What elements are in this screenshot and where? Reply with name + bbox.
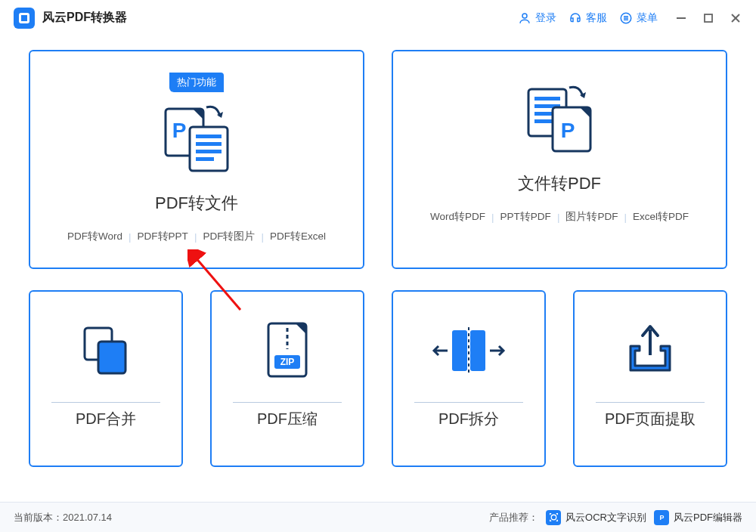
sub-item[interactable]: PPT转PDF xyxy=(500,210,551,224)
pdf-to-file-icon: P xyxy=(155,92,238,183)
card-pdf-extract[interactable]: PDF页面提取 xyxy=(573,290,727,467)
footer: 当前版本： 2021.07.14 产品推荐： 风云OCR文字识别 P 风云PDF… xyxy=(0,502,756,532)
zip-label: ZIP xyxy=(280,357,295,367)
user-icon xyxy=(518,11,531,25)
card-title: PDF压缩 xyxy=(257,409,318,429)
sub-item[interactable]: PDF转Word xyxy=(67,230,122,243)
svg-rect-11 xyxy=(190,127,228,171)
menu-label: 菜单 xyxy=(637,11,658,25)
svg-rect-6 xyxy=(705,14,712,22)
card-pdf-merge[interactable]: PDF合并 xyxy=(29,290,183,467)
compress-icon: ZIP xyxy=(261,313,314,388)
version-value: 2021.07.14 xyxy=(63,512,112,523)
sub-list: Word转PDF| PPT转PDF| 图片转PDF| Excel转PDF xyxy=(430,210,689,224)
app-logo xyxy=(14,8,35,29)
editor-label: 风云PDF编辑器 xyxy=(674,511,742,524)
svg-text:P: P xyxy=(561,119,575,142)
svg-point-0 xyxy=(522,14,527,18)
card-pdf-to-file[interactable]: 热门功能 P PDF转文件 PDF转Word| PDF转PP xyxy=(29,50,364,269)
sub-item[interactable]: Excel转PDF xyxy=(633,210,689,224)
sub-list: PDF转Word| PDF转PPT| PDF转图片| PDF转Excel xyxy=(67,230,326,243)
file-to-pdf-icon: P xyxy=(518,73,601,163)
menu-link[interactable]: 菜单 xyxy=(619,11,658,25)
version-label: 当前版本： xyxy=(14,511,63,524)
card-title: PDF转文件 xyxy=(155,192,238,215)
svg-rect-28 xyxy=(452,330,467,371)
extract-icon xyxy=(620,313,680,388)
svg-rect-13 xyxy=(196,142,222,146)
minimize-button[interactable] xyxy=(674,13,688,23)
svg-rect-24 xyxy=(98,342,125,373)
footer-app-editor[interactable]: P 风云PDF编辑器 xyxy=(654,510,742,525)
hot-badge: 热门功能 xyxy=(169,73,224,92)
sub-item[interactable]: Word转PDF xyxy=(430,210,485,224)
card-pdf-compress[interactable]: ZIP PDF压缩 xyxy=(210,290,364,467)
svg-rect-15 xyxy=(196,157,214,161)
svg-rect-12 xyxy=(196,135,222,138)
editor-badge-icon: P xyxy=(654,510,669,525)
footer-app-ocr[interactable]: 风云OCR文字识别 xyxy=(546,510,646,525)
close-button[interactable] xyxy=(729,13,742,23)
card-title: PDF页面提取 xyxy=(605,409,696,429)
card-title: 文件转PDF xyxy=(518,172,601,195)
card-file-to-pdf[interactable]: P 文件转PDF Word转PDF| PPT转PDF| 图片转PDF| Exce… xyxy=(392,50,727,269)
merge-icon xyxy=(76,313,136,388)
split-icon xyxy=(431,313,507,388)
main-area: 热门功能 P PDF转文件 PDF转Word| PDF转PP xyxy=(0,36,756,467)
svg-rect-17 xyxy=(534,97,560,101)
sub-item[interactable]: PDF转PPT xyxy=(138,230,188,243)
login-link[interactable]: 登录 xyxy=(518,11,556,25)
app-title: 风云PDF转换器 xyxy=(42,10,127,26)
ocr-label: 风云OCR文字识别 xyxy=(565,511,646,524)
maximize-button[interactable] xyxy=(702,13,715,23)
ocr-badge-icon xyxy=(546,510,561,525)
window-controls xyxy=(674,13,742,23)
svg-point-33 xyxy=(551,515,556,520)
svg-rect-14 xyxy=(196,150,222,153)
svg-rect-29 xyxy=(470,330,485,371)
card-pdf-split[interactable]: PDF拆分 xyxy=(392,290,546,467)
recommend-label: 产品推荐： xyxy=(489,511,538,524)
login-label: 登录 xyxy=(535,11,556,25)
svg-rect-20 xyxy=(534,119,553,123)
sub-item[interactable]: 图片转PDF xyxy=(565,210,618,224)
support-label: 客服 xyxy=(586,11,607,25)
menu-icon xyxy=(619,11,633,25)
svg-text:P: P xyxy=(659,514,664,521)
card-title: PDF拆分 xyxy=(438,409,499,429)
sub-item[interactable]: PDF转Excel xyxy=(270,230,326,243)
svg-text:P: P xyxy=(172,119,187,142)
support-link[interactable]: 客服 xyxy=(569,11,607,25)
sub-item[interactable]: PDF转图片 xyxy=(203,230,255,243)
headset-icon xyxy=(569,11,582,25)
titlebar: 风云PDF转换器 登录 客服 菜单 xyxy=(0,0,756,36)
card-title: PDF合并 xyxy=(76,409,136,429)
